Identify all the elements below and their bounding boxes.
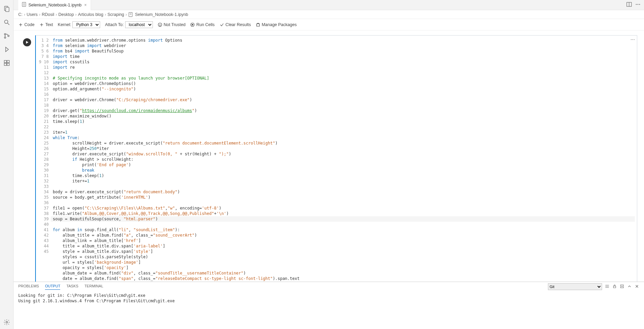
svg-point-2 xyxy=(4,20,8,23)
svg-rect-36 xyxy=(614,286,616,288)
code-cell[interactable]: ⋯ 1 2 3 4 5 6 7 8 9 10 11 12 13 14 15 16… xyxy=(35,35,637,282)
editor-tab[interactable]: Selenium_Notebook-1.ipynb × xyxy=(18,0,91,10)
panel-tab-terminal[interactable]: TERMINAL xyxy=(85,284,104,289)
add-code-button[interactable]: Code xyxy=(18,22,34,27)
more-actions-icon[interactable] xyxy=(635,2,641,8)
manage-packages-button[interactable]: Manage Packages xyxy=(256,22,297,27)
output-body: Looking for git in: C:\Program Files\Git… xyxy=(14,291,644,329)
attach-label: Attach To: xyxy=(105,22,123,27)
panel-tab-tasks[interactable]: TASKS xyxy=(66,284,78,289)
activity-bar xyxy=(0,0,14,329)
svg-point-11 xyxy=(6,322,7,323)
svg-point-30 xyxy=(160,25,160,26)
crumb-c[interactable]: C: xyxy=(18,12,23,17)
panel-list-icon[interactable] xyxy=(605,284,610,289)
split-editor-icon[interactable] xyxy=(626,2,632,8)
panel-tab-problems[interactable]: PROBLEMS xyxy=(18,284,39,289)
svg-rect-1 xyxy=(5,7,9,12)
output-line-2: Using git 2.16.1.windows.4 from C:\Progr… xyxy=(18,298,639,304)
svg-rect-10 xyxy=(7,63,9,66)
breadcrumb: C:› Users› RDosil› Desktop› Articulos bl… xyxy=(14,10,644,19)
tabs-row: Selenium_Notebook-1.ipynb × xyxy=(14,0,644,10)
clear-results-button[interactable]: Clear Results xyxy=(220,22,251,27)
activity-search[interactable] xyxy=(0,16,14,29)
svg-point-5 xyxy=(4,37,5,38)
kernel-label: Kernel: xyxy=(58,22,71,27)
svg-point-6 xyxy=(7,35,9,37)
svg-point-19 xyxy=(638,4,639,5)
notebook-file-icon xyxy=(22,2,26,8)
not-trusted-button[interactable]: Not Trusted xyxy=(158,22,186,27)
crumb-file[interactable]: Selenium_Notebook-1.ipynb xyxy=(135,12,188,17)
editor-area: ⋯ 1 2 3 4 5 6 7 8 9 10 11 12 13 14 15 16… xyxy=(14,30,644,282)
activity-explorer[interactable] xyxy=(0,2,14,16)
panel-collapse-icon[interactable] xyxy=(627,284,632,289)
panel-close-icon[interactable] xyxy=(635,284,639,289)
bottom-panel: PROBLEMS OUTPUT TASKS TERMINAL Git Looki… xyxy=(14,282,644,329)
output-line-1: Looking for git in: C:\Program Files\Git… xyxy=(18,293,639,298)
panel-lock-icon[interactable] xyxy=(612,284,617,289)
activity-source-control[interactable] xyxy=(0,29,14,43)
output-channel-select[interactable]: Git xyxy=(548,283,602,290)
attach-select[interactable]: localhost xyxy=(125,21,153,28)
tab-close-icon[interactable]: × xyxy=(84,3,87,7)
notebook-toolbar: Code Text Kernel: Python 3 Attach To: lo… xyxy=(14,19,644,30)
activity-debug[interactable] xyxy=(0,43,14,56)
code-content[interactable]: from selenium.webdriver.chrome.options i… xyxy=(51,36,637,282)
activity-extensions[interactable] xyxy=(0,56,14,70)
cell-more-icon[interactable]: ⋯ xyxy=(630,37,635,42)
run-cell-button[interactable] xyxy=(23,38,31,46)
crumb-articulos[interactable]: Articulos blog xyxy=(78,12,104,17)
kernel-select[interactable]: Python 3 xyxy=(72,21,100,28)
run-cells-button[interactable]: Run Cells xyxy=(190,22,214,27)
crumb-rdosil[interactable]: RDosil xyxy=(42,12,54,17)
panel-tab-output[interactable]: OUTPUT xyxy=(45,284,60,290)
crumb-users[interactable]: Users xyxy=(27,12,38,17)
crumb-scraping[interactable]: Scraping xyxy=(108,12,124,17)
breadcrumb-file-icon xyxy=(128,12,134,17)
crumb-desktop[interactable]: Desktop xyxy=(58,12,74,17)
svg-point-4 xyxy=(4,34,5,35)
svg-point-20 xyxy=(639,4,640,5)
line-gutter: 1 2 3 4 5 6 7 8 9 10 11 12 13 14 15 16 1… xyxy=(36,36,51,282)
svg-rect-8 xyxy=(7,61,9,63)
svg-rect-7 xyxy=(4,61,6,63)
svg-line-3 xyxy=(7,23,9,25)
add-text-button[interactable]: Text xyxy=(39,22,53,27)
tab-title: Selenium_Notebook-1.ipynb xyxy=(28,3,82,7)
activity-settings[interactable] xyxy=(0,315,14,329)
svg-point-18 xyxy=(636,4,637,5)
panel-clear-icon[interactable] xyxy=(620,284,624,289)
svg-rect-32 xyxy=(256,24,259,26)
svg-rect-9 xyxy=(4,63,6,66)
